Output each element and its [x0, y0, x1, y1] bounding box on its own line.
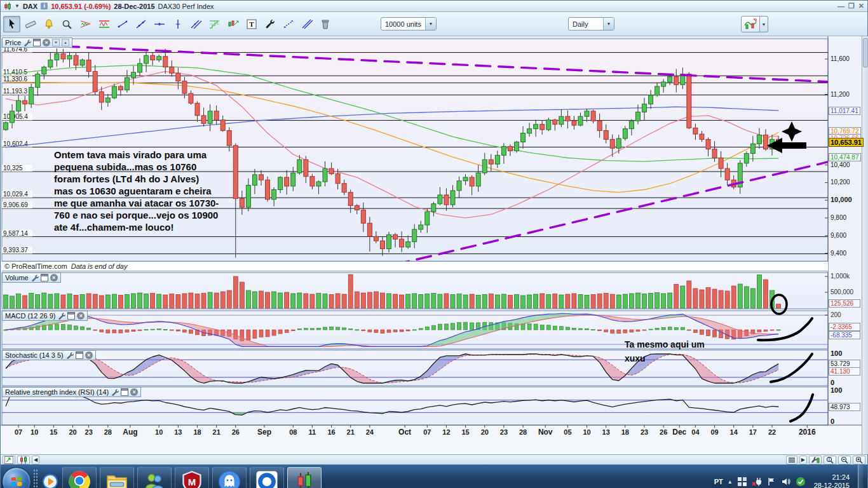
- play-forward-button[interactable]: ▶: [799, 456, 807, 464]
- list-menu-button[interactable]: [786, 456, 797, 464]
- fibonacci-tool[interactable]: [206, 16, 223, 32]
- chart-style-button[interactable]: ▼: [741, 16, 768, 32]
- vertical-line-tool[interactable]: [169, 16, 186, 32]
- detach-window-icon[interactable]: [67, 312, 75, 320]
- last-price-badge: 10,653.91: [829, 138, 864, 147]
- scrollbar-thumb[interactable]: [863, 38, 868, 67]
- volume-icon[interactable]: [781, 477, 791, 487]
- segment-tool[interactable]: [114, 16, 131, 32]
- rsi-panel-tab: Relative strength index (RSI) (14) ×: [2, 387, 141, 397]
- wrench-icon[interactable]: [58, 312, 65, 320]
- update-status-icon[interactable]: [796, 477, 806, 487]
- close-button[interactable]: ✕: [858, 2, 864, 10]
- period-dropdown-icon[interactable]: ▼: [603, 18, 614, 30]
- network-places-icon[interactable]: [737, 477, 747, 487]
- chrome-taskbar-button[interactable]: [62, 467, 97, 488]
- index-name: DAX30 Perf Index: [158, 3, 214, 10]
- action-center-flag-icon[interactable]: [766, 477, 776, 487]
- move-panel-down-icon[interactable]: ▼: [52, 39, 60, 46]
- period-combobox[interactable]: Daily ▼: [568, 17, 614, 30]
- prorealtime-taskbar-button[interactable]: [287, 467, 322, 488]
- zoom-in-button[interactable]: [853, 456, 865, 464]
- chart-export-icon[interactable]: [3, 456, 15, 464]
- mcafee-taskbar-button[interactable]: M: [175, 467, 209, 488]
- pointer-tool[interactable]: [3, 16, 20, 32]
- wrench-icon[interactable]: [24, 39, 31, 46]
- rsi-value-badge: 48.973: [829, 403, 860, 411]
- zoom-tool[interactable]: [58, 16, 76, 32]
- svg-text:23: 23: [85, 428, 93, 436]
- pattern-channel-tool[interactable]: [95, 16, 112, 32]
- tray-expand-icon[interactable]: ▲: [728, 479, 733, 485]
- svg-text:18: 18: [193, 428, 201, 436]
- svg-text:Aug: Aug: [123, 428, 137, 437]
- candle-settings-icon[interactable]: [17, 456, 30, 464]
- crossing-lines-tool[interactable]: [298, 16, 315, 32]
- svg-text:9,587.14: 9,587.14: [3, 230, 28, 237]
- units-value: 10000 units: [381, 20, 425, 28]
- chart-style-icon[interactable]: [741, 16, 760, 32]
- taskbar-clock[interactable]: 21:24 28-12-2015: [810, 473, 853, 488]
- forecast-tool[interactable]: [224, 16, 241, 32]
- dotted-trendline-tool[interactable]: [280, 16, 297, 32]
- vertical-scrollbar[interactable]: [862, 36, 868, 454]
- svg-text:Nov: Nov: [538, 428, 553, 437]
- info-icon[interactable]: i: [41, 3, 48, 10]
- system-tray: PT ▲ 21:24 28-12-2015: [714, 464, 866, 488]
- restore-button[interactable]: ❐: [848, 2, 855, 10]
- chart-style-dropdown-icon[interactable]: ▼: [760, 16, 768, 32]
- show-desktop-button[interactable]: [858, 464, 864, 488]
- svg-text:10,325: 10,325: [3, 165, 23, 172]
- svg-text:22: 22: [768, 428, 776, 436]
- detach-window-icon[interactable]: [33, 39, 41, 46]
- blue-ring-app-taskbar-button[interactable]: [250, 467, 284, 488]
- language-indicator[interactable]: PT: [714, 478, 723, 485]
- wrench-icon[interactable]: [31, 274, 39, 281]
- wrench-icon[interactable]: [66, 351, 74, 359]
- svg-text:10,200: 10,200: [831, 179, 850, 186]
- symbol-dropdown-icon[interactable]: ▼: [15, 3, 20, 9]
- macd-panel-tab: MACD (12 26 9) ×: [2, 311, 88, 321]
- svg-text:200: 200: [831, 311, 841, 318]
- close-panel-icon[interactable]: ×: [77, 312, 85, 320]
- close-panel-icon[interactable]: ×: [130, 388, 138, 396]
- clock-date: 28-12-2015: [814, 482, 850, 488]
- close-panel-icon[interactable]: ×: [85, 351, 93, 359]
- symbol-label[interactable]: DAX: [23, 3, 37, 10]
- detach-window-icon[interactable]: [76, 351, 83, 359]
- ruler-tool[interactable]: [22, 16, 39, 32]
- drawing-settings-tool[interactable]: [261, 16, 278, 32]
- units-dropdown-icon[interactable]: ▼: [425, 18, 436, 30]
- svg-text:500,000: 500,000: [831, 288, 854, 295]
- scroll-left-button[interactable]: ◀: [32, 456, 39, 464]
- text-tool[interactable]: T: [243, 16, 260, 32]
- delete-drawing-tool[interactable]: [316, 16, 334, 32]
- parallel-channel-tool[interactable]: [187, 16, 205, 32]
- units-combobox[interactable]: 10000 units ▼: [381, 17, 437, 30]
- minimize-button[interactable]: —: [837, 3, 844, 10]
- explorer-taskbar-button[interactable]: [100, 467, 134, 488]
- trendline-tool[interactable]: [132, 16, 149, 32]
- wmp-quicklaunch-button[interactable]: [41, 469, 60, 488]
- move-panel-up-icon[interactable]: ▲: [62, 39, 69, 46]
- zoom-out-button[interactable]: [838, 456, 851, 464]
- horizontal-line-tool[interactable]: [151, 16, 168, 32]
- svg-text:2016: 2016: [799, 428, 816, 437]
- svg-text:Dec: Dec: [672, 428, 686, 437]
- start-button[interactable]: [2, 467, 31, 488]
- detach-window-icon[interactable]: [121, 388, 128, 396]
- ghost-app-taskbar-button[interactable]: [212, 467, 247, 488]
- close-panel-icon[interactable]: ×: [43, 39, 50, 46]
- alarm-tool[interactable]: [40, 16, 57, 32]
- close-panel-icon[interactable]: ×: [50, 274, 58, 281]
- macd-note-line1: Ta mesmo aqui um: [625, 337, 705, 351]
- svg-text:100: 100: [831, 349, 842, 357]
- detach-window-icon[interactable]: [41, 274, 48, 281]
- pattern-triangle-tool[interactable]: [77, 16, 94, 32]
- zoom-fit-button[interactable]: [824, 456, 836, 464]
- svg-text:05: 05: [564, 428, 571, 436]
- network-disconnected-icon[interactable]: [752, 477, 762, 487]
- messenger-taskbar-button[interactable]: [137, 467, 172, 488]
- indicator-settings-button[interactable]: [809, 456, 822, 464]
- wrench-icon[interactable]: [111, 388, 119, 396]
